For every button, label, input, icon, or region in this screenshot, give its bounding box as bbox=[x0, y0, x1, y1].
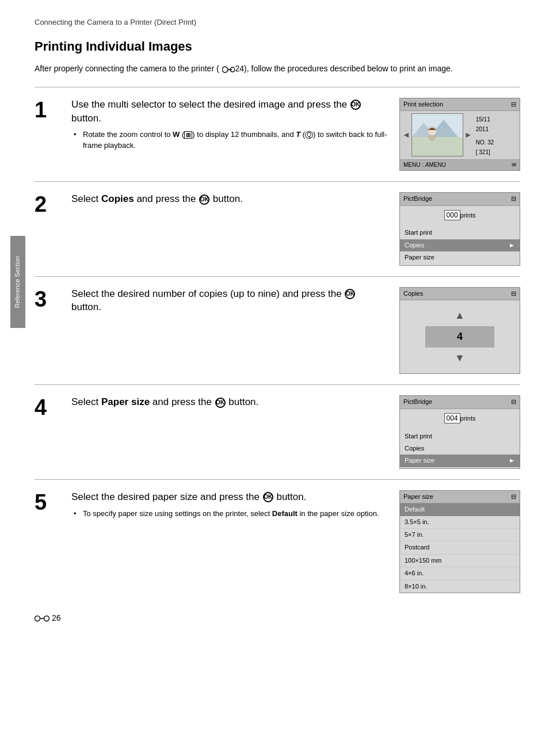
screen3-header: Copies bbox=[403, 289, 423, 298]
step-5-title: Select the desired paper size and press … bbox=[71, 490, 388, 504]
step-2-title: Select Copies and press the OK button. bbox=[71, 192, 388, 206]
screen5-item-postcard: Postcard bbox=[400, 541, 520, 554]
step-5: 5 Select the desired paper size and pres… bbox=[35, 479, 520, 604]
step-1-screen: Print selection ⊟ ◄ bbox=[399, 98, 520, 171]
step-5-screen: Paper size ⊟ Default 3.5×5 in. 5×7 in. P… bbox=[399, 490, 520, 593]
screen5-item-4x6: 4×6 in. bbox=[400, 567, 520, 580]
breadcrumb: Connecting the Camera to a Printer (Dire… bbox=[35, 17, 520, 28]
step-3-screen: Copies ⊟ ▲ 4 ▼ bbox=[399, 287, 520, 375]
screen4-count: 004 bbox=[444, 413, 460, 423]
screen4-item-copies: Copies bbox=[400, 442, 520, 455]
step-number-5: 5 bbox=[35, 491, 60, 513]
screen5-header: Paper size bbox=[403, 492, 433, 501]
screen1-date: 15/11 bbox=[476, 114, 494, 124]
screen2-item-papersize: Paper size bbox=[400, 251, 520, 264]
screen1-header-left: Print selection bbox=[403, 100, 443, 109]
svg-point-9 bbox=[35, 616, 40, 621]
step-2-screen: PictBridge ⊟ 000prints Start print Copie… bbox=[399, 192, 520, 265]
svg-rect-7 bbox=[412, 137, 463, 156]
screen3-arrow-down: ▼ bbox=[455, 351, 465, 365]
screen2-item-copies: Copies► bbox=[400, 239, 520, 251]
screen5-item-35x5: 3.5×5 in. bbox=[400, 516, 520, 529]
sidebar-label: Reference Section bbox=[13, 256, 22, 308]
screen1-no: NO. 32 bbox=[476, 138, 494, 147]
screen2-header: PictBridge bbox=[403, 194, 432, 203]
screen5-header-icon: ⊟ bbox=[511, 492, 516, 501]
step-number-3: 3 bbox=[35, 288, 60, 310]
screen5-items: Default 3.5×5 in. 5×7 in. Postcard 100×1… bbox=[400, 503, 520, 593]
screen3-value: 4 bbox=[425, 326, 494, 348]
page-title: Printing Individual Images bbox=[35, 38, 520, 56]
svg-point-0 bbox=[222, 67, 228, 72]
screen4-item-papersize: Paper size► bbox=[400, 455, 520, 467]
step-2: 2 Select Copies and press the OK button.… bbox=[35, 181, 520, 276]
screen1-year: 2011 bbox=[476, 124, 494, 134]
screen1-no-value: [ 321] bbox=[476, 147, 494, 157]
step-number-1: 1 bbox=[35, 99, 60, 121]
step-3: 3 Select the desired number of copies (u… bbox=[35, 276, 520, 385]
footer-page: 26 bbox=[52, 613, 61, 624]
screen2-item-startprint: Start print bbox=[400, 227, 520, 239]
step-4-title: Select Paper size and press the OK butto… bbox=[71, 395, 388, 409]
screen3-arrow-up: ▲ bbox=[455, 308, 465, 323]
screen5-item-100x150: 100×150 mm bbox=[400, 555, 520, 567]
step-5-bullets: • To specify paper size using settings o… bbox=[71, 509, 388, 520]
screen5-item-5x7: 5×7 in. bbox=[400, 529, 520, 541]
screen2-count: 000 bbox=[444, 210, 460, 220]
step-1-bullets: • Rotate the zoom control to W (⊞) to di… bbox=[71, 129, 388, 151]
step-3-title: Select the desired number of copies (up … bbox=[71, 287, 388, 315]
step-1: 1 Use the multi selector to select the d… bbox=[35, 87, 520, 181]
footer: 26 bbox=[35, 613, 520, 624]
step-4-screen: PictBridge ⊟ 004prints Start print Copie… bbox=[399, 395, 520, 468]
intro-text: After properly connecting the camera to … bbox=[35, 63, 520, 75]
step-number-2: 2 bbox=[35, 193, 60, 215]
screen5-item-8x10: 8×10 in. bbox=[400, 581, 520, 593]
svg-point-11 bbox=[44, 616, 49, 621]
screen1-footer-left: MENU : AMENU bbox=[403, 161, 446, 169]
screen1-footer-right: ✉ bbox=[512, 161, 516, 169]
step-1-title: Use the multi selector to select the des… bbox=[71, 98, 388, 125]
screen4-header-icon: ⊟ bbox=[511, 398, 516, 406]
screen2-header-icon: ⊟ bbox=[511, 194, 516, 203]
step-4: 4 Select Paper size and press the OK but… bbox=[35, 384, 520, 479]
screen2-prints: prints bbox=[460, 212, 476, 219]
screen4-item-startprint: Start print bbox=[400, 430, 520, 442]
screen4-prints: prints bbox=[460, 415, 476, 422]
screen4-header: PictBridge bbox=[403, 398, 432, 406]
screen5-item-default: Default bbox=[400, 503, 520, 516]
screen3-header-icon: ⊟ bbox=[511, 289, 516, 298]
screen1-header-right: ⊟ bbox=[511, 100, 516, 109]
sidebar-tab: Reference Section bbox=[10, 236, 25, 328]
step-number-4: 4 bbox=[35, 396, 60, 418]
